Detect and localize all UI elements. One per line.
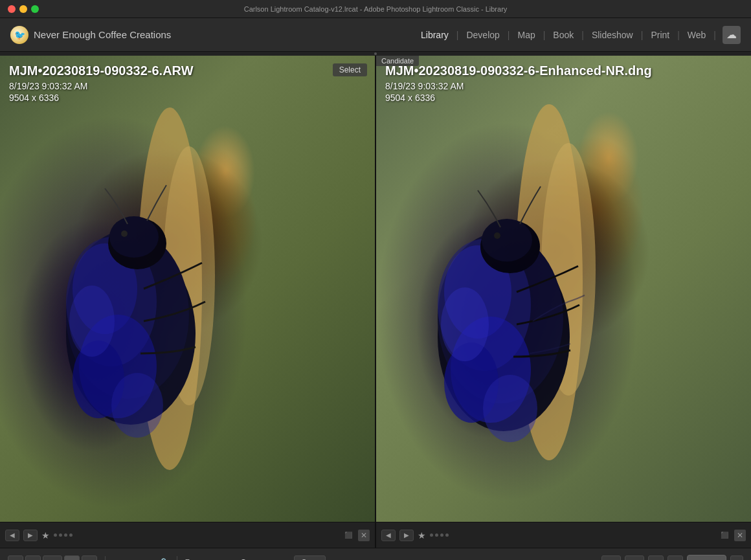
svg-point-22: [483, 375, 537, 442]
sync-button[interactable]: Sync: [294, 555, 326, 560]
right-dims: 9504 x 6336: [385, 93, 652, 103]
nav-develop[interactable]: Develop: [460, 30, 506, 40]
dot-2: [59, 533, 62, 537]
window-title: Carlson Lightroom Catalog-v12.lrcat - Ad…: [244, 5, 508, 13]
brand: 🐦 Never Enough Coffee Creations: [10, 26, 171, 44]
nav-slideshow[interactable]: Slideshow: [585, 30, 640, 40]
nav-sep-4: |: [580, 30, 585, 40]
svg-point-9: [111, 373, 163, 438]
minimize-button[interactable]: [19, 5, 27, 13]
nav-sep-6: |: [676, 30, 681, 40]
nav-map[interactable]: Map: [511, 30, 541, 40]
right-prev-button[interactable]: ◀: [648, 555, 664, 560]
filmstrip-right-star[interactable]: ★: [418, 530, 426, 541]
right-toolbar: XY| YX| ◀ ▶ Done ▾: [601, 555, 743, 561]
filmstrip-right-next[interactable]: ▶: [399, 530, 414, 541]
svg-point-21: [441, 287, 489, 361]
compare-xy-button[interactable]: XY|: [43, 555, 62, 560]
left-photo-panel: MJM•20230819-090332-6.ARW 8/19/23 9:03:3…: [0, 56, 376, 522]
top-nav: 🐦 Never Enough Coffee Creations Library …: [0, 18, 751, 52]
right-photo-panel: Candidate MJM•20230819-090332-6-Enhanced…: [376, 56, 751, 522]
brand-icon: 🐦: [10, 26, 28, 44]
filmstrip-left-star[interactable]: ★: [41, 530, 50, 541]
svg-point-24: [482, 219, 532, 262]
view-mode-buttons: ⊞ ▭ XY| ▭▭ ⊟: [8, 555, 97, 560]
filmstrip-right-prev[interactable]: ◀: [381, 530, 396, 541]
right-date: 8/19/23 9:03:32 AM: [385, 81, 652, 91]
lock-icon[interactable]: 🔒: [158, 557, 169, 560]
traffic-lights: [0, 5, 39, 13]
right-photo-bg: [376, 56, 751, 522]
toolbar-separator-2: [177, 556, 177, 560]
compare-view-button[interactable]: ▭▭: [64, 555, 80, 560]
nav-web[interactable]: Web: [681, 30, 713, 40]
filmstrip-left-expand[interactable]: ⬛: [342, 530, 354, 541]
nav-print[interactable]: Print: [644, 30, 676, 40]
rdot-4: [445, 533, 449, 537]
svg-point-8: [69, 286, 115, 357]
compare-area: MJM•20230819-090332-6.ARW 8/19/23 9:03:3…: [0, 56, 751, 522]
dot-3: [64, 533, 67, 537]
right-xy-button[interactable]: XY|: [601, 555, 621, 560]
nav-library[interactable]: Library: [414, 30, 455, 40]
filmstrip-right: ◀ ▶ ★ ⬛ ✕: [376, 522, 751, 548]
filmstrip-left-next[interactable]: ▶: [23, 530, 38, 541]
left-photo-svg: [27, 95, 273, 483]
rdot-3: [440, 533, 443, 537]
right-next-button[interactable]: ▶: [667, 555, 683, 560]
dot-4: [69, 533, 73, 537]
brand-icon-symbol: 🐦: [14, 30, 25, 40]
compare-label: Compare :: [113, 558, 153, 561]
dot-1: [54, 533, 57, 537]
filmstrip-right-dots: [430, 533, 449, 537]
expand-options-button[interactable]: ▾: [730, 555, 743, 560]
nav-sep-7: |: [712, 30, 717, 40]
filmstrip-left-close[interactable]: ✕: [358, 530, 370, 541]
nav-sep-3: |: [542, 30, 547, 40]
filmstrip-right-close[interactable]: ✕: [734, 530, 746, 541]
left-photo-bg: [0, 56, 375, 522]
cloud-sync-button[interactable]: ☁: [723, 26, 741, 44]
left-date: 8/19/23 9:03:32 AM: [9, 81, 194, 91]
svg-point-11: [109, 216, 159, 258]
grid-view-button[interactable]: ⊞: [8, 555, 23, 560]
left-filename: MJM•20230819-090332-6.ARW: [9, 63, 194, 78]
nav-sep-2: |: [506, 30, 511, 40]
nav-links: Library | Develop | Map | Book | Slidesh…: [414, 26, 741, 44]
filmstrip-right-expand[interactable]: ⬛: [719, 530, 730, 541]
title-bar: Carlson Lightroom Catalog-v12.lrcat - Ad…: [0, 0, 751, 18]
nav-sep-5: |: [640, 30, 645, 40]
rdot-2: [435, 533, 438, 537]
right-photo-svg: [403, 95, 649, 483]
survey-view-button[interactable]: ⊟: [82, 555, 97, 560]
close-button[interactable]: [8, 5, 16, 13]
svg-point-12: [121, 230, 128, 237]
right-photo-info: MJM•20230819-090332-6-Enhanced-NR.dng 8/…: [385, 63, 652, 103]
scroll-dot: [374, 52, 377, 55]
toolbar-separator-1: [105, 556, 106, 560]
select-badge[interactable]: Select: [333, 63, 367, 76]
brand-name: Never Enough Coffee Creations: [34, 29, 171, 40]
svg-point-25: [494, 232, 500, 239]
filmstrip-left-prev[interactable]: ◀: [5, 530, 19, 541]
left-dims: 9504 x 6336: [9, 93, 194, 103]
left-photo-info: MJM•20230819-090332-6.ARW 8/19/23 9:03:3…: [9, 63, 194, 103]
right-filename: MJM•20230819-090332-6-Enhanced-NR.dng: [385, 63, 652, 78]
filmstrip-left: ◀ ▶ ★ ⬛ ✕: [0, 522, 376, 548]
done-button[interactable]: Done: [687, 555, 726, 561]
rdot-1: [430, 533, 433, 537]
filmstrip-left-dots: [54, 533, 73, 537]
nav-sep-1: |: [455, 30, 460, 40]
bottom-toolbar: ⊞ ▭ XY| ▭▭ ⊟ Compare : 🔒 Zoom 66.7% Sync…: [0, 548, 751, 560]
filmstrip-area: ◀ ▶ ★ ⬛ ✕ ◀ ▶ ★ ⬛ ✕: [0, 522, 751, 548]
nav-book[interactable]: Book: [546, 30, 580, 40]
maximize-button[interactable]: [31, 5, 39, 13]
loupe-view-button[interactable]: ▭: [25, 555, 41, 560]
right-yx-button[interactable]: YX|: [625, 555, 644, 560]
